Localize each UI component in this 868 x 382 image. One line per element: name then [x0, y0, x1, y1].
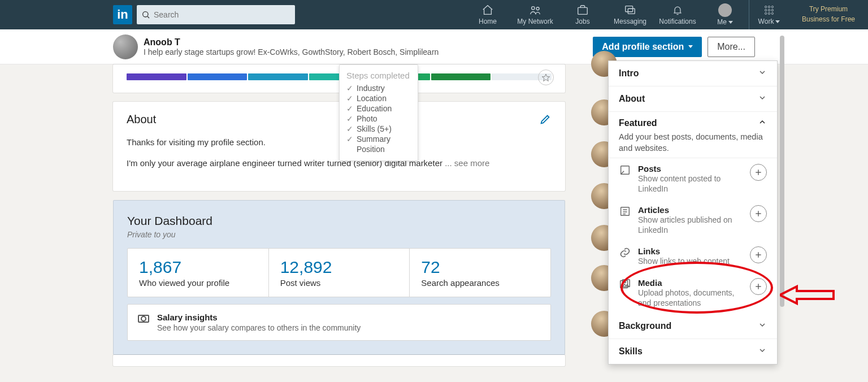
- chevron-down-icon: [758, 320, 767, 332]
- step-label: Education: [357, 104, 392, 113]
- step-label: Location: [357, 94, 387, 103]
- check-icon: ✓: [346, 114, 353, 123]
- panel-row-intro[interactable]: Intro: [609, 61, 777, 86]
- dashboard-stat[interactable]: 72Search appearances: [410, 249, 550, 297]
- featured-item-desc: Upload photos, documents, and presentati…: [638, 288, 743, 308]
- svg-point-15: [771, 12, 773, 14]
- add-media-button[interactable]: [750, 278, 767, 295]
- svg-point-9: [771, 6, 773, 8]
- main-column: Steps completed ✓Industry✓Location✓Educa…: [113, 64, 565, 375]
- step-label: Industry: [357, 84, 385, 93]
- more-button[interactable]: More...: [708, 37, 755, 57]
- svg-rect-4: [578, 7, 588, 14]
- panel-row-about[interactable]: About: [609, 86, 777, 112]
- add-posts-button[interactable]: [750, 164, 767, 181]
- nav-work-label: Work: [758, 18, 780, 25]
- scrollbar-thumb[interactable]: [780, 36, 784, 307]
- nav-premium[interactable]: Try Premium Business for Free: [789, 0, 868, 29]
- panel-background-label: Background: [619, 321, 671, 331]
- edit-about-icon[interactable]: [539, 113, 552, 128]
- featured-item-desc: Show content posted to LinkedIn: [638, 173, 743, 194]
- see-more-link[interactable]: ... see more: [445, 158, 489, 168]
- chevron-down-icon: [758, 93, 767, 105]
- nav-notifications[interactable]: Notifications: [654, 0, 701, 29]
- steps-title: Steps completed: [346, 71, 411, 80]
- step-label: Summary: [357, 134, 390, 144]
- featured-item-title: Media: [638, 278, 743, 288]
- top-nav: in Home My Network Jobs Messaging Notifi…: [0, 0, 868, 29]
- panel-row-background[interactable]: Background: [609, 314, 777, 339]
- check-icon: ✓: [346, 104, 353, 113]
- step-item: ✓Photo: [346, 114, 411, 123]
- svg-point-0: [143, 12, 148, 17]
- svg-line-21: [621, 171, 624, 174]
- salary-insights[interactable]: Salary insights See how your salary comp…: [127, 304, 551, 341]
- profile-tagline: I help early stage startups grow! Ex-CoW…: [144, 47, 439, 57]
- svg-point-14: [768, 12, 770, 14]
- nav-network-label: My Network: [517, 18, 553, 25]
- featured-item-desc: Show articles published on LinkedIn: [638, 215, 743, 235]
- svg-point-34: [624, 281, 626, 283]
- nav-jobs[interactable]: Jobs: [559, 0, 606, 29]
- step-label: Position: [357, 145, 385, 154]
- add-articles-button[interactable]: [750, 205, 767, 222]
- nav-home-label: Home: [479, 18, 497, 25]
- add-links-button[interactable]: [750, 246, 767, 263]
- svg-point-7: [765, 6, 767, 8]
- step-label: Photo: [357, 114, 377, 123]
- featured-item-posts: PostsShow content posted to LinkedIn: [609, 158, 777, 199]
- panel-row-skills[interactable]: Skills: [609, 339, 777, 364]
- featured-item-title: Links: [638, 246, 743, 256]
- dashboard-heading: Your Dashboard: [127, 214, 551, 228]
- featured-item-desc: Show links to web content: [638, 256, 743, 266]
- dashboard-stat[interactable]: 1,867Who viewed your profile: [128, 249, 269, 297]
- featured-item-title: Posts: [638, 164, 743, 173]
- stat-label: Post views: [280, 278, 398, 288]
- profile-avatar[interactable]: [113, 34, 138, 59]
- stat-label: Who viewed your profile: [139, 278, 257, 288]
- search-input-wrap[interactable]: [137, 5, 295, 24]
- next-card-peek: [113, 355, 565, 366]
- dashboard-stats: 1,867Who viewed your profile12,892Post v…: [127, 248, 551, 297]
- add-section-panel: Intro About Featured Add your best posts…: [608, 60, 778, 364]
- nav-work[interactable]: Work: [749, 0, 789, 29]
- nav-network[interactable]: My Network: [511, 0, 559, 29]
- strength-star-icon[interactable]: [538, 70, 554, 85]
- svg-point-8: [768, 6, 770, 8]
- dashboard-card: Your Dashboard Private to you 1,867Who v…: [113, 200, 565, 355]
- nav-messaging[interactable]: Messaging: [606, 0, 654, 29]
- messaging-icon: [624, 4, 636, 16]
- profile-sub-header: Anoob T I help early stage startups grow…: [0, 29, 868, 64]
- premium-line1: Try Premium: [809, 5, 848, 14]
- money-icon: [138, 315, 149, 323]
- posts-icon: [619, 164, 631, 176]
- search-input[interactable]: [154, 10, 290, 19]
- check-icon: ✓: [346, 124, 353, 133]
- featured-item-media: MediaUpload photos, documents, and prese…: [609, 272, 777, 314]
- svg-point-10: [765, 9, 767, 11]
- bell-icon: [672, 4, 683, 16]
- step-item: ✓Skills (5+): [346, 124, 411, 133]
- home-icon: [481, 4, 494, 16]
- step-item: ✓Summary: [346, 134, 411, 144]
- svg-line-1: [147, 16, 149, 18]
- avatar-icon: [718, 3, 732, 17]
- steps-completed-tooltip: Steps completed ✓Industry✓Location✓Educa…: [339, 64, 418, 161]
- svg-point-3: [536, 7, 539, 10]
- featured-item-links: LinksShow links to web content: [609, 241, 777, 272]
- svg-point-12: [771, 9, 773, 11]
- salary-title: Salary insights: [157, 312, 361, 322]
- svg-point-2: [532, 7, 535, 10]
- nav-me[interactable]: Me: [701, 0, 749, 29]
- stat-label: Search appearances: [421, 278, 539, 288]
- nav-messaging-label: Messaging: [614, 18, 646, 25]
- linkedin-logo[interactable]: in: [113, 5, 132, 24]
- svg-marker-16: [542, 74, 549, 81]
- nav-home[interactable]: Home: [464, 0, 511, 29]
- page-content: Steps completed ✓Industry✓Location✓Educa…: [0, 64, 868, 375]
- media-icon: [619, 278, 631, 290]
- panel-row-featured[interactable]: Featured Add your best posts, documents,…: [609, 112, 777, 158]
- stat-value: 72: [421, 258, 539, 277]
- strength-segment: [127, 73, 186, 80]
- dashboard-stat[interactable]: 12,892Post views: [269, 249, 410, 297]
